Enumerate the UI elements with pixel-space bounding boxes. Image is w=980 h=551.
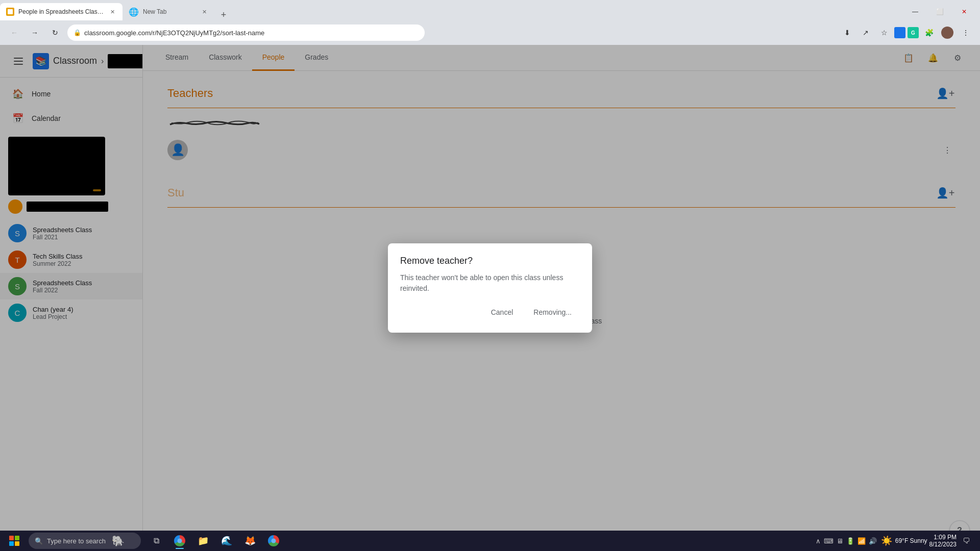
extension-google-classroom[interactable] [894,27,905,38]
share-icon[interactable]: ↗ [857,24,874,41]
globe-icon: 🌐 [129,7,139,17]
start-button[interactable] [2,532,27,550]
url-text: classroom.google.com/r/NjE3OTQ2NjUyMTg2/… [84,29,419,37]
battery-icon: 🔋 [846,537,854,545]
url-bar[interactable]: 🔒 classroom.google.com/r/NjE3OTQ2NjUyMTg… [67,24,425,41]
browser-chrome: People in Spreadsheets Class Fal... ✕ 🌐 … [0,0,980,45]
minimize-button[interactable]: — [903,3,927,20]
bookmark-icon[interactable]: ☆ [876,24,892,41]
back-button[interactable]: ← [6,24,22,41]
keyboard-icon: ⌨ [824,537,834,545]
reload-button[interactable]: ↻ [47,24,63,41]
dialog-overlay: Remove teacher? This teacher won't be ab… [0,45,980,531]
firefox-icon: 🦊 [244,535,256,546]
weather-text: 69°F Sunny [895,537,927,544]
download-icon[interactable]: ⬇ [839,24,855,41]
maximize-button[interactable]: ⬜ [928,3,951,20]
extensions-button[interactable]: 🧩 [921,24,937,41]
chevron-up-icon[interactable]: ∧ [816,537,821,545]
tab-favicon [6,8,14,16]
edge-icon: 🌊 [221,535,232,546]
window-controls: — ⬜ ✕ [903,3,980,20]
lock-icon: 🔒 [74,29,81,36]
taskbar-apps: ⧉ 📁 🌊 🦊 [145,532,285,550]
search-placeholder-text: Type here to search [47,537,106,545]
taskbar-right: ∧ ⌨ 🖥 🔋 📶 🔊 ☀️ 69°F Sunny 1:09 PM 8/12/2… [816,532,978,550]
dialog-remove-button[interactable]: Removing... [525,304,580,320]
tab-bar: People in Spreadsheets Class Fal... ✕ 🌐 … [0,0,980,20]
notification-icon: 🗨 [963,537,970,545]
fileexplorer-icon: 📁 [198,535,209,546]
dialog-body: This teacher won't be able to open this … [400,272,580,294]
taskbar-app-fileexplorer[interactable]: 📁 [192,532,214,550]
clock-time: 1:09 PM [929,534,957,541]
tab-newtab[interactable]: 🌐 New Tab ✕ [122,3,214,20]
taskbar-search[interactable]: 🔍 Type here to search 🐘 [29,533,141,549]
new-tab-button[interactable]: + [214,10,233,20]
browser-actions: ⬇ ↗ ☆ G 🧩 ⋮ [839,24,974,41]
taskview-icon: ⧉ [154,536,159,545]
search-icon: 🔍 [35,537,43,545]
tab2-close-button[interactable]: ✕ [200,8,208,16]
tab-active[interactable]: People in Spreadsheets Class Fal... ✕ [0,3,122,20]
taskbar-app-firefox[interactable]: 🦊 [239,532,261,550]
wifi-icon: 📶 [857,537,866,545]
dialog-title: Remove teacher? [400,256,580,266]
taskbar-app-edge[interactable]: 🌊 [215,532,238,550]
close-window-button[interactable]: ✕ [952,3,976,20]
volume-icon: 🔊 [869,537,877,545]
notification-center-button[interactable]: 🗨 [959,532,974,550]
windows-logo-icon [9,536,19,546]
taskbar-app-chrome[interactable] [168,532,191,550]
taskbar-app-chrome2[interactable] [262,532,285,550]
profile-button[interactable] [939,24,955,41]
dialog-cancel-button[interactable]: Cancel [483,304,522,320]
menu-button[interactable]: ⋮ [958,24,974,41]
sun-icon: ☀️ [881,535,892,546]
system-tray: ∧ ⌨ 🖥 🔋 📶 🔊 [816,537,877,545]
remove-teacher-dialog: Remove teacher? This teacher won't be ab… [388,243,592,333]
tab-title: People in Spreadsheets Class Fal... [18,8,104,15]
address-bar: ← → ↻ 🔒 classroom.google.com/r/NjE3OTQ2N… [0,20,980,45]
cortana-icon: 🐘 [112,535,125,547]
taskbar: 🔍 Type here to search 🐘 ⧉ 📁 🌊 🦊 ∧ [0,531,980,551]
dialog-actions: Cancel Removing... [400,304,580,320]
newtab-title: New Tab [143,8,196,15]
weather-widget[interactable]: ☀️ 69°F Sunny [881,535,927,546]
clock[interactable]: 1:09 PM 8/12/2023 [929,534,957,548]
taskbar-app-taskview[interactable]: ⧉ [145,532,167,550]
forward-button[interactable]: → [27,24,43,41]
tab-close-button[interactable]: ✕ [108,8,116,16]
chrome-icon [174,535,185,546]
chrome-icon-2 [268,535,279,546]
screen-icon: 🖥 [837,537,843,545]
clock-date: 8/12/2023 [929,541,957,548]
extension-grammarly[interactable]: G [908,27,919,38]
